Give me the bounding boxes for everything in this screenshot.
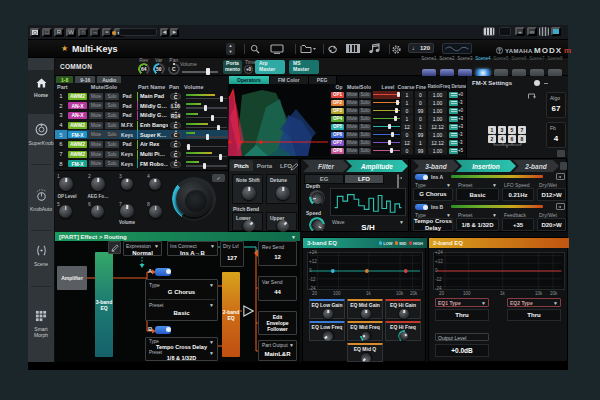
solo-button[interactable]: Solo xyxy=(105,151,119,158)
ins-connect-field[interactable]: Ins Connect ▼ Ins A→B xyxy=(167,241,218,256)
ins-preset-field[interactable]: Preset▼ Basic xyxy=(456,181,499,201)
volume-slider[interactable] xyxy=(186,150,227,159)
op-fine-value[interactable]: 0 xyxy=(415,99,426,106)
mute-button[interactable]: Mute xyxy=(89,122,103,129)
operators-tab[interactable]: FM Color xyxy=(270,76,309,84)
expression-field[interactable]: Expression ▼ Normal xyxy=(123,241,162,256)
op-level-handle[interactable] xyxy=(388,140,391,145)
op-coarse-value[interactable]: 1 xyxy=(401,91,413,98)
sidebar-item-smartmorph[interactable]: Smart Morph xyxy=(28,308,54,338)
part-name[interactable]: Multi Pi… xyxy=(137,150,168,159)
op-mute-button[interactable]: Mute xyxy=(346,100,358,106)
mute-button[interactable]: Mute xyxy=(89,151,103,158)
expression-pencil-icon[interactable] xyxy=(108,241,121,254)
bend-lower-field[interactable]: Lower xyxy=(232,212,263,231)
super-knob[interactable] xyxy=(172,177,216,221)
toolbar-button[interactable]: □ xyxy=(42,28,52,37)
assign-knob-5[interactable] xyxy=(59,205,72,218)
sidebar-item-superknob[interactable]: SuperKnob xyxy=(28,122,54,147)
operator-row[interactable]: OP3 Mute Solo 0 99 1.00 +0 xyxy=(330,107,466,115)
solo-button[interactable]: Solo xyxy=(105,131,119,138)
assign-knob-8[interactable] xyxy=(149,205,162,218)
op-mute-button[interactable]: Mute xyxy=(346,124,358,130)
chain-a-toggle[interactable] xyxy=(155,268,171,276)
operator-row[interactable]: OP6 Mute Solo 0 99 1.00 -3 xyxy=(330,131,466,139)
op-level-slider[interactable] xyxy=(373,123,400,131)
op-mute-button[interactable]: Mute xyxy=(346,132,358,138)
volume-handle[interactable] xyxy=(203,163,206,169)
mute-button[interactable]: Mute xyxy=(89,160,103,167)
volume-slider[interactable] xyxy=(186,140,227,149)
pan-value[interactable]: L16 xyxy=(170,103,181,110)
fx-tab-insertion[interactable]: Insertion xyxy=(456,160,516,172)
pan-value[interactable]: R14 xyxy=(170,112,181,119)
op-mute-button[interactable]: Mute xyxy=(346,116,358,122)
performance-title[interactable]: Multi-Keys xyxy=(72,44,118,54)
field-value[interactable]: Basic xyxy=(456,188,499,201)
field-value[interactable]: 1/8 & 1/32D xyxy=(456,218,499,231)
eq2-type-value[interactable]: Thru xyxy=(507,309,561,321)
common-label[interactable]: COMMON xyxy=(60,63,92,70)
preset-name-field[interactable] xyxy=(119,28,157,36)
op-ratio-value[interactable]: 12.12 xyxy=(428,123,447,130)
op-ratio-value[interactable]: 1.00 xyxy=(428,115,447,122)
ins-type-field[interactable]: Type▼ G Chorus xyxy=(413,181,453,201)
part-row[interactable]: 6 AWM2 Mute Solo Pad Air Rex C xyxy=(55,140,228,150)
op-level-handle[interactable] xyxy=(388,124,391,129)
ins-param-field[interactable]: LFO Speed 0.21Hz xyxy=(502,181,534,201)
toolbar-button[interactable]: → xyxy=(90,28,100,37)
field-value[interactable]: 0.21Hz xyxy=(502,188,534,201)
field-value[interactable]: D20>W xyxy=(537,218,566,231)
op-coarse-value[interactable]: 0 xyxy=(401,131,413,138)
assign-knob-1[interactable] xyxy=(59,177,73,191)
amp-tab-lfo[interactable]: LFO xyxy=(344,174,384,184)
sidebar-item-home[interactable]: Home xyxy=(28,74,54,99)
op-level-slider[interactable] xyxy=(373,99,400,107)
tools-button[interactable]: + xyxy=(515,27,525,36)
op-level-slider[interactable] xyxy=(373,139,400,147)
fx-tab-3band[interactable]: 3-band xyxy=(413,160,459,172)
field-value[interactable]: G Chorus xyxy=(413,188,453,201)
op-solo-button[interactable]: Solo xyxy=(359,140,371,146)
arp-master-button[interactable]: ArpMaster xyxy=(255,60,285,74)
toolbar-button[interactable]: R xyxy=(54,28,64,37)
sidebar-item-scene[interactable]: Scene xyxy=(28,243,54,268)
op-detune-value[interactable]: -3 xyxy=(456,131,466,138)
flow-tab-filter[interactable]: Filter xyxy=(303,160,349,172)
op-detune-value[interactable]: -3 xyxy=(456,99,466,106)
slider-handle[interactable] xyxy=(206,68,210,75)
porta-time-knob[interactable]: +0 xyxy=(244,65,253,74)
dry-level-field[interactable]: Dry Lvl 127 xyxy=(220,241,244,267)
op-fine-value[interactable]: 0 xyxy=(415,115,426,122)
volume-slider[interactable] xyxy=(186,101,227,110)
toolbar-button[interactable]: ⊙ xyxy=(30,28,40,37)
flow-tab-amplitude[interactable]: Amplitude xyxy=(346,160,408,172)
var-send-field[interactable]: Var Send 44 xyxy=(258,276,297,301)
op-fine-value[interactable]: 1 xyxy=(415,123,426,130)
notes-icon[interactable] xyxy=(368,43,381,54)
field-value[interactable]: +35 xyxy=(502,218,534,231)
op-fine-value[interactable]: 0 xyxy=(415,91,426,98)
op-coarse-value[interactable]: 0 xyxy=(401,147,413,154)
op-level-handle[interactable] xyxy=(390,148,393,153)
eq-mid-gain-knob[interactable]: EQ Mid Gain xyxy=(347,299,383,319)
op-ratio-value[interactable]: 1.00 xyxy=(428,107,447,114)
note-shift-knob[interactable] xyxy=(242,186,256,200)
part-name[interactable]: Air Rex xyxy=(137,140,168,149)
solo-button[interactable]: Solo xyxy=(105,122,119,129)
op-level-handle[interactable] xyxy=(396,100,399,105)
fx-collapse-icon[interactable] xyxy=(560,162,567,170)
assign-knob-7[interactable] xyxy=(120,204,134,218)
part-name[interactable]: Super K… xyxy=(137,130,168,139)
field-value[interactable]: Tempo Cross Delay xyxy=(413,218,453,231)
chain-b-preset[interactable]: 1/8 & 1/32D xyxy=(146,355,217,361)
envelope-follower-button[interactable]: Edit Envelope Follower xyxy=(258,311,297,335)
op-solo-button[interactable]: Solo xyxy=(359,92,371,98)
chain-a-type[interactable]: G Chorus xyxy=(146,289,217,295)
op-ratio-value[interactable]: 1.00 xyxy=(428,99,447,106)
sync-icon[interactable] xyxy=(327,44,338,54)
solo-button[interactable]: Solo xyxy=(105,112,119,119)
op-detune-value[interactable]: +3 xyxy=(456,115,466,122)
part-name[interactable]: Mildly G… xyxy=(137,101,168,110)
volume-slider[interactable] xyxy=(186,130,227,139)
